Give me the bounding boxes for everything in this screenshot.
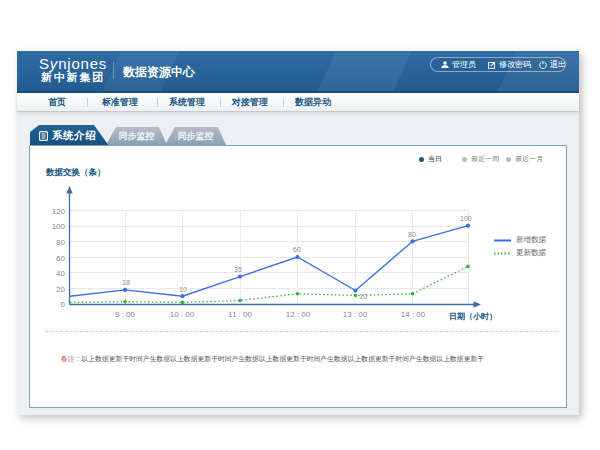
svg-text:12 : 00: 12 : 00 (286, 310, 311, 319)
svg-text:20: 20 (56, 285, 65, 294)
svg-text:10: 10 (179, 286, 187, 293)
svg-text:14 : 00: 14 : 00 (401, 310, 426, 319)
svg-text:11 : 00: 11 : 00 (228, 310, 252, 319)
svg-text:0: 0 (61, 300, 66, 309)
svg-text:35: 35 (234, 266, 242, 273)
svg-text:100: 100 (52, 222, 66, 231)
svg-text:80: 80 (56, 238, 65, 247)
svg-text:60: 60 (293, 246, 301, 253)
svg-text:9 : 00: 9 : 00 (115, 310, 136, 319)
svg-text:10 : 00: 10 : 00 (170, 310, 195, 319)
svg-text:60: 60 (56, 254, 65, 263)
svg-text:13 : 00: 13 : 00 (343, 310, 368, 319)
svg-text:18: 18 (122, 279, 130, 286)
svg-text:120: 120 (52, 207, 66, 216)
svg-text:10: 10 (359, 293, 367, 300)
svg-text:100: 100 (460, 215, 472, 222)
svg-text:80: 80 (408, 231, 416, 238)
svg-text:40: 40 (56, 269, 65, 278)
